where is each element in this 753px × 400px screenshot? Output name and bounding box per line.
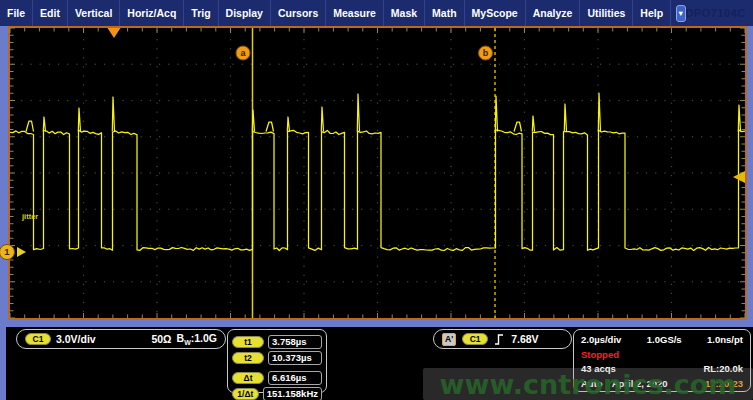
timebase-row: 2.0µs/div 1.0GS/s 1.0ns/pt <box>578 333 746 348</box>
cursor-b-label[interactable]: b <box>479 46 493 60</box>
date-value: April 2, 2020 <box>612 377 668 392</box>
readout-bar: C1 3.0V/div 50Ω BW:1.0G t1 3.758µs t2 10… <box>6 327 753 400</box>
cursor-t2-value: 10.373µs <box>268 351 322 365</box>
datetime-row: Auto April 2, 2020 17:20:23 <box>578 377 746 392</box>
menu-overflow-button[interactable]: ▼ <box>676 5 685 22</box>
menu-item-utilities[interactable]: Utilities <box>580 0 633 26</box>
cursor-dt-badge[interactable]: Δt <box>232 372 264 385</box>
cursor-t1-badge[interactable]: t1 <box>232 336 264 349</box>
resolution-value: 1.0ns/pt <box>707 333 743 348</box>
acq-state-row: Stopped <box>578 348 746 363</box>
channel1-scale: 3.0V/div <box>56 333 96 345</box>
channel1-impedance: 50Ω <box>151 333 171 345</box>
cursor-a-label[interactable]: a <box>236 46 250 60</box>
record-length: RL:20.0k <box>703 362 743 377</box>
cursor-readout[interactable]: t1 3.758µs t2 10.373µs Δt 6.616µs 1/Δt 1… <box>227 329 327 393</box>
waveform-display[interactable]: ab1jitter <box>8 26 747 320</box>
rising-edge-icon <box>494 333 505 346</box>
jitter-label: jitter <box>21 212 38 221</box>
svg-text:b: b <box>483 48 489 58</box>
cursor-t1-row: t1 3.758µs <box>232 335 322 349</box>
menu-item-cursors[interactable]: Cursors <box>271 0 326 26</box>
horizontal-acquisition-readout[interactable]: 2.0µs/div 1.0GS/s 1.0ns/pt Stopped 43 ac… <box>573 329 751 392</box>
cursor-inv-dt-row: 1/Δt 151.158kHz <box>232 387 322 400</box>
cursor-dt-value: 6.616µs <box>268 371 322 385</box>
menu-item-file[interactable]: File <box>0 0 33 26</box>
acquisition-count: 43 acqs <box>581 362 616 377</box>
menu-item-measure[interactable]: Measure <box>326 0 384 26</box>
menu-item-analyze[interactable]: Analyze <box>526 0 581 26</box>
trigger-readout[interactable]: A' C1 7.68V <box>433 329 572 349</box>
menu-item-vertical[interactable]: Vertical <box>68 0 120 26</box>
cursor-dt-row: Δt 6.616µs <box>232 371 322 385</box>
cursor-t2-badge[interactable]: t2 <box>232 352 264 365</box>
channel1-readout[interactable]: C1 3.0V/div 50Ω BW:1.0G <box>16 329 226 349</box>
channel1-badge[interactable]: C1 <box>25 333 51 346</box>
graticule-grid <box>10 28 745 318</box>
screen-edge-right <box>747 26 753 322</box>
menu-item-math[interactable]: Math <box>425 0 465 26</box>
menu-item-mask[interactable]: Mask <box>384 0 425 26</box>
menu-item-display[interactable]: Display <box>219 0 271 26</box>
menu-item-list: FileEditVerticalHoriz/AcqTrigDisplayCurs… <box>0 0 671 26</box>
channel1-bandwidth: BW:1.0G <box>177 332 217 346</box>
trigger-source-badge[interactable]: A' <box>442 333 456 346</box>
menu-item-horiz-acq[interactable]: Horiz/Acq <box>120 0 184 26</box>
screen-edge-bottom <box>0 320 753 327</box>
cursor-inv-dt-badge[interactable]: 1/Δt <box>232 388 259 400</box>
time-value: 17:20:23 <box>705 377 743 392</box>
channel1-marker[interactable]: 1 <box>0 245 26 260</box>
menu-item-help[interactable]: Help <box>633 0 671 26</box>
waveform-svg: ab1jitter <box>10 28 745 318</box>
cursor-t1-value: 3.758µs <box>268 335 322 349</box>
chevron-down-icon: ▼ <box>677 9 684 18</box>
menu-item-edit[interactable]: Edit <box>33 0 68 26</box>
menu-item-myscope[interactable]: MyScope <box>465 0 526 26</box>
cursor-t2-row: t2 10.373µs <box>232 351 322 365</box>
trigger-channel-badge[interactable]: C1 <box>462 333 488 346</box>
acquisition-state: Stopped <box>581 348 619 363</box>
trigger-position-marker[interactable] <box>108 28 121 38</box>
trigger-mode: Auto <box>581 377 603 392</box>
menu-item-trig[interactable]: Trig <box>184 0 218 26</box>
acq-count-row: 43 acqs RL:20.0k <box>578 362 746 377</box>
cursor-inv-dt-value: 151.158kHz <box>263 387 322 400</box>
svg-text:1: 1 <box>4 246 10 257</box>
model-label: DPO7104C <box>686 7 746 19</box>
channel1-waveform <box>10 93 745 251</box>
menu-bar: FileEditVerticalHoriz/AcqTrigDisplayCurs… <box>0 0 753 26</box>
timebase-value: 2.0µs/div <box>581 333 621 348</box>
sample-rate-value: 1.0GS/s <box>647 333 682 348</box>
oscilloscope-screen: FileEditVerticalHoriz/AcqTrigDisplayCurs… <box>0 0 753 400</box>
trigger-level-value: 7.68V <box>511 333 538 345</box>
